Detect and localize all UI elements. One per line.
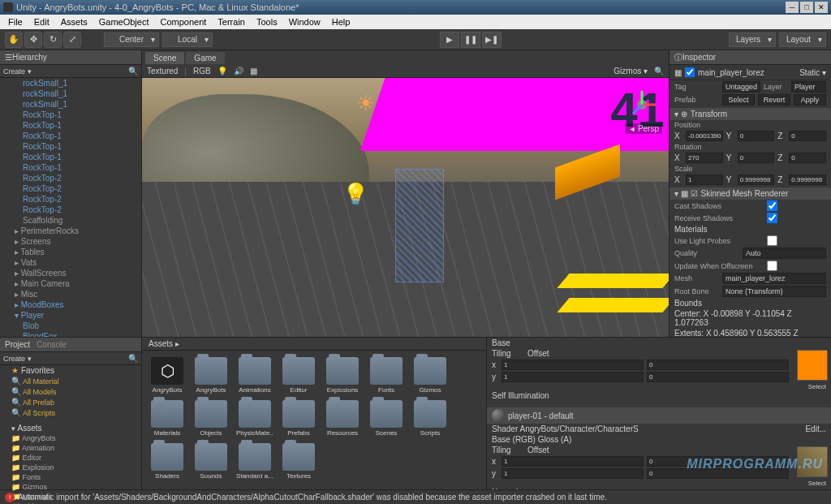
pos-z-field[interactable] — [789, 131, 826, 141]
fx-toggle-icon[interactable]: ▦ — [250, 67, 257, 75]
project-create-button[interactable]: Create ▾ — [3, 355, 32, 363]
error-icon[interactable]: ! — [5, 493, 15, 502]
project-search-icon[interactable]: 🔍 — [128, 354, 138, 363]
play-button[interactable]: ▶ — [440, 32, 459, 48]
light-gizmo-icon[interactable]: 💡 — [342, 182, 368, 208]
hand-tool[interactable]: ✋ — [5, 32, 23, 48]
folder-item[interactable]: Sounds — [192, 443, 230, 480]
assets-header[interactable]: ▾ Assets — [0, 423, 141, 433]
asset-tree-item[interactable]: 📁 Editor — [0, 453, 141, 463]
light-gizmo-icon[interactable]: ☀ — [353, 91, 379, 117]
hierarchy-item[interactable]: rockSmall_1 — [0, 78, 141, 88]
step-button[interactable]: ▶❚ — [482, 32, 502, 48]
hierarchy-item[interactable]: ▸ Screens — [0, 236, 141, 247]
folder-item[interactable]: Materials — [149, 400, 186, 437]
hierarchy-item[interactable]: RockTop-1 — [0, 131, 141, 141]
folder-item[interactable]: Textures — [280, 443, 317, 480]
offset-x[interactable] — [647, 360, 789, 370]
hierarchy-item[interactable]: RockTop-1 — [0, 162, 141, 173]
folder-item[interactable]: Resources — [324, 400, 361, 437]
menu-edit[interactable]: Edit — [29, 15, 54, 28]
cast-shadows-checkbox[interactable] — [767, 200, 777, 211]
menu-help[interactable]: Help — [327, 15, 355, 28]
folder-item[interactable]: Animations — [236, 357, 273, 394]
hierarchy-item[interactable]: ▸ PerimeterRocks — [0, 226, 141, 236]
folder-item[interactable]: Objects — [192, 400, 230, 437]
menu-assets[interactable]: Assets — [56, 15, 93, 28]
menu-tools[interactable]: Tools — [252, 15, 282, 28]
hierarchy-item[interactable]: RockTop-1 — [0, 141, 141, 152]
scale-x-field[interactable] — [686, 174, 723, 185]
asset-tree-item[interactable]: 📁 Gizmos — [0, 482, 141, 492]
static-dropdown[interactable]: Static ▾ — [799, 68, 826, 77]
hierarchy-item[interactable]: BloodFox — [0, 331, 141, 337]
render-mode-dropdown[interactable]: RGB — [193, 67, 211, 75]
rot-y-field[interactable] — [738, 153, 775, 163]
hierarchy-item[interactable]: ▸ Vats — [0, 257, 141, 268]
search-icon[interactable]: 🔍 — [128, 67, 138, 75]
folder-item[interactable]: Explosions — [324, 357, 361, 394]
scale-z-field[interactable] — [789, 174, 826, 185]
quality-dropdown[interactable]: Auto — [743, 248, 826, 259]
hierarchy-item[interactable]: rockSmall_1 — [0, 88, 141, 99]
asset-tree-item[interactable]: 📁 Animation — [0, 443, 141, 453]
active-checkbox[interactable] — [685, 67, 695, 77]
light-probes-checkbox[interactable] — [767, 235, 777, 246]
pivot-local-toggle[interactable]: Local — [162, 32, 213, 47]
menu-component[interactable]: Component — [155, 15, 211, 28]
prefab-apply-button[interactable]: Apply — [794, 94, 826, 106]
material2-header[interactable]: player-01 - default — [487, 407, 831, 424]
folder-item[interactable]: Scripts — [411, 400, 449, 437]
scene-viewport[interactable]: 41 ☀ 💡 ◄ Persp — [142, 78, 669, 337]
hierarchy-item[interactable]: RockTop-2 — [0, 205, 141, 215]
hierarchy-item[interactable]: ▸ Misc — [0, 289, 141, 299]
minimize-button[interactable]: ─ — [786, 2, 799, 13]
receive-shadows-checkbox[interactable] — [767, 213, 777, 223]
pos-y-field[interactable] — [738, 131, 775, 141]
materials-label[interactable]: Materials — [674, 225, 708, 234]
rot-x-field[interactable] — [686, 153, 723, 163]
folder-item[interactable]: Prefabs — [280, 400, 317, 437]
hierarchy-item[interactable]: Scaffolding — [0, 215, 141, 226]
console-tab[interactable]: Console — [37, 340, 67, 349]
hierarchy-item[interactable]: RockTop-1 — [0, 120, 141, 131]
folder-item[interactable]: Fonts — [368, 357, 405, 394]
rotate-tool[interactable]: ↻ — [44, 32, 62, 48]
object-name[interactable]: main_player_lorez — [698, 68, 796, 77]
folder-item[interactable]: Shaders — [149, 443, 186, 480]
menu-terrain[interactable]: Terrain — [213, 15, 250, 28]
hierarchy-item[interactable]: ▸ MoodBoxes — [0, 299, 141, 310]
favorite-item[interactable]: 🔍 All Models — [0, 386, 141, 397]
texture-preview[interactable] — [797, 350, 828, 381]
rootbone-field[interactable]: None (Transform) — [722, 286, 826, 297]
layer-dropdown[interactable]: Player — [791, 81, 826, 93]
offset-y[interactable] — [647, 372, 789, 382]
favorite-item[interactable]: 🔍 All Scripts — [0, 407, 141, 418]
inspector-tab[interactable]: ⓘ Inspector — [670, 50, 831, 65]
project-tab[interactable]: Project — [5, 340, 30, 349]
menu-window[interactable]: Window — [284, 15, 325, 28]
asset-tree-item[interactable]: 📁 Fonts — [0, 472, 141, 482]
folder-item[interactable]: Gizmos — [411, 357, 449, 394]
pivot-center-toggle[interactable]: Center — [104, 32, 159, 47]
layout-dropdown[interactable]: Layout — [779, 32, 826, 47]
asset-tree-item[interactable]: 📁 AngryBots — [0, 433, 141, 443]
favorites-header[interactable]: ★Favorites — [0, 365, 141, 376]
hierarchy-item[interactable]: RockTop-2 — [0, 194, 141, 205]
light-toggle-icon[interactable]: 💡 — [217, 67, 227, 75]
folder-item[interactable]: Editor — [280, 357, 317, 394]
hierarchy-item[interactable]: Blob — [0, 321, 141, 331]
rot-z-field[interactable] — [789, 153, 826, 163]
favorite-item[interactable]: 🔍 All Material — [0, 376, 141, 386]
hierarchy-create-button[interactable]: Create ▾ — [3, 67, 32, 75]
folder-item[interactable]: PhysicMate... — [236, 400, 273, 437]
smr-header[interactable]: ▾ ▦ ☑ Skinned Mesh Renderer — [670, 187, 831, 200]
scene-search-icon[interactable]: 🔍 — [654, 67, 664, 75]
close-button[interactable]: ✕ — [815, 2, 828, 13]
shader2-field[interactable]: Shader AngryBots/Character/CharacterS — [492, 424, 639, 433]
gizmos-dropdown[interactable]: Gizmos ▾ — [614, 67, 648, 75]
scale-y-field[interactable] — [738, 174, 775, 185]
prefab-select-button[interactable]: Select — [722, 94, 755, 106]
selected-mesh[interactable] — [395, 169, 444, 282]
asset-tree-item[interactable]: 📁 Explosion — [0, 463, 141, 472]
